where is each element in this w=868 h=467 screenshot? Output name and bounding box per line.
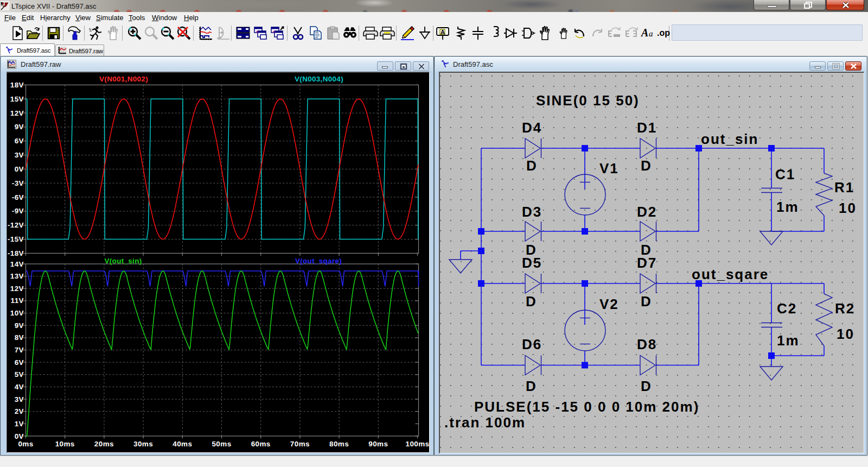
svg-text:12V: 12V (10, 109, 24, 117)
svg-text:3V: 3V (15, 395, 24, 403)
svg-text:D: D (641, 378, 652, 394)
svg-text:10ms: 10ms (55, 440, 75, 448)
svg-text:C1: C1 (775, 166, 795, 182)
svg-text:13V: 13V (10, 272, 24, 280)
svg-text:-18V: -18V (8, 249, 24, 257)
svg-text:70ms: 70ms (290, 440, 310, 448)
svg-text:10V: 10V (10, 309, 24, 317)
svg-text:0V: 0V (15, 432, 24, 440)
svg-text:14V: 14V (10, 260, 24, 268)
svg-text:V1: V1 (599, 160, 619, 176)
svg-text:SINE(0 15 50): SINE(0 15 50) (536, 92, 640, 109)
svg-text:out_sqare: out_sqare (692, 266, 769, 282)
svg-text:D: D (526, 157, 538, 174)
svg-text:6V: 6V (15, 137, 24, 145)
svg-text:-9V: -9V (12, 207, 24, 215)
svg-text:7V: 7V (15, 346, 24, 354)
svg-text:8V: 8V (15, 333, 24, 342)
svg-text:90ms: 90ms (368, 440, 388, 448)
svg-text:D3: D3 (522, 204, 542, 220)
svg-text:.op: .op (657, 28, 670, 37)
svg-text:12V: 12V (10, 285, 24, 293)
svg-text:a: a (649, 29, 653, 38)
svg-text:-15V: -15V (8, 235, 24, 243)
svg-text:V2: V2 (599, 296, 619, 312)
svg-text:D2: D2 (637, 204, 657, 220)
svg-text:4V: 4V (15, 383, 24, 391)
svg-text:D: D (526, 293, 537, 310)
svg-text:D6: D6 (522, 336, 542, 352)
svg-text:D4: D4 (522, 119, 542, 136)
svg-text:11V: 11V (11, 296, 24, 305)
svg-text:D: D (526, 378, 537, 394)
svg-text:80ms: 80ms (329, 440, 349, 448)
svg-text:100ms: 100ms (405, 440, 429, 448)
svg-text:R1: R1 (834, 179, 854, 195)
svg-text:C2: C2 (777, 300, 797, 317)
svg-text:D7: D7 (637, 255, 657, 271)
svg-text:20ms: 20ms (94, 440, 114, 448)
svg-text:0ms: 0ms (18, 440, 33, 448)
svg-text:10: 10 (839, 200, 857, 216)
svg-text:D: D (641, 157, 652, 174)
svg-text:0V: 0V (15, 165, 24, 173)
svg-text:5V: 5V (15, 370, 24, 378)
svg-text:V(N001,N002): V(N001,N002) (99, 75, 148, 83)
svg-text:out_sin: out_sin (701, 131, 758, 147)
svg-text:1m: 1m (777, 332, 800, 349)
svg-text:15V: 15V (10, 95, 24, 103)
svg-text:V(N003,N004): V(N003,N004) (295, 75, 343, 83)
svg-text:1m: 1m (776, 199, 799, 215)
svg-text:A: A (641, 27, 648, 39)
svg-text:-6V: -6V (12, 193, 24, 201)
svg-text:D5: D5 (522, 255, 542, 271)
svg-text:18V: 18V (10, 81, 24, 89)
svg-text:10: 10 (837, 326, 854, 342)
svg-text:1V: 1V (15, 420, 24, 428)
svg-text:.tran 100m: .tran 100m (444, 414, 526, 431)
svg-text:2V: 2V (15, 407, 24, 415)
svg-text:R2: R2 (835, 300, 855, 317)
svg-text:40ms: 40ms (173, 440, 192, 448)
svg-text:50ms: 50ms (212, 440, 231, 448)
svg-text:9V: 9V (15, 321, 24, 330)
svg-text:D: D (641, 293, 652, 310)
svg-text:D8: D8 (637, 336, 657, 352)
svg-text:V(out_sin): V(out_sin) (105, 257, 142, 265)
svg-text:3V: 3V (15, 151, 24, 159)
svg-text:30ms: 30ms (133, 440, 153, 448)
svg-text:-3V: -3V (12, 179, 24, 187)
svg-text:60ms: 60ms (251, 440, 271, 448)
svg-text:9V: 9V (15, 123, 24, 131)
svg-text:D1: D1 (637, 119, 657, 136)
svg-text:-12V: -12V (8, 221, 24, 229)
svg-text:V(out_sqare): V(out_sqare) (295, 257, 342, 265)
svg-text:A: A (441, 29, 445, 35)
svg-text:6V: 6V (15, 358, 24, 367)
svg-text:PULSE(15 -15 0 0 0 10m 20m): PULSE(15 -15 0 0 0 10m 20m) (474, 399, 699, 415)
